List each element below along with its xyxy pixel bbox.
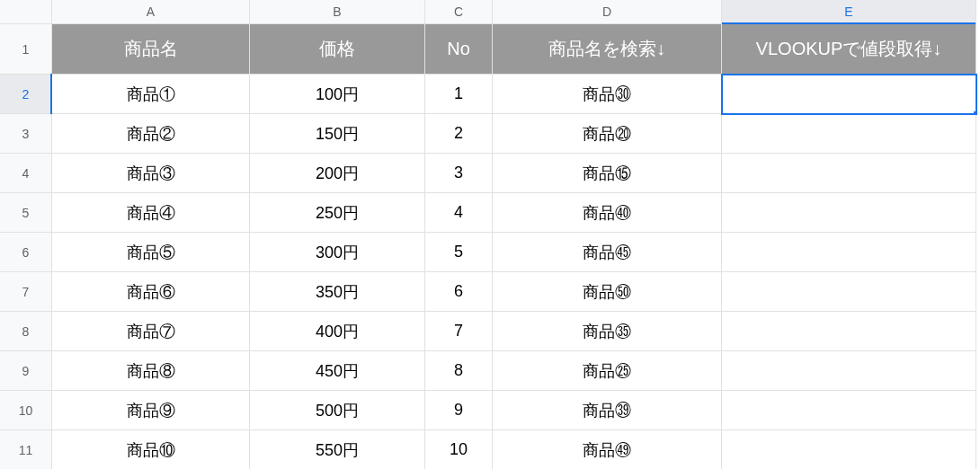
cell-B2[interactable]: 100円 bbox=[250, 75, 425, 114]
cell-E6[interactable] bbox=[722, 233, 976, 272]
cell-A6[interactable]: 商品⑤ bbox=[52, 233, 250, 272]
cell-B4[interactable]: 200円 bbox=[250, 154, 425, 193]
col-header-E[interactable]: E bbox=[722, 0, 976, 24]
row-header-5[interactable]: 5 bbox=[0, 193, 52, 233]
cell-C2[interactable]: 1 bbox=[425, 75, 493, 114]
cell-E7[interactable] bbox=[722, 272, 976, 312]
cell-D2[interactable]: 商品㉚ bbox=[493, 75, 722, 114]
cell-E1[interactable]: VLOOKUPで値段取得↓ bbox=[722, 24, 976, 75]
cell-D5[interactable]: 商品㊵ bbox=[493, 193, 722, 233]
cell-B5[interactable]: 250円 bbox=[250, 193, 425, 233]
col-header-C[interactable]: C bbox=[425, 0, 493, 24]
row-header-6[interactable]: 6 bbox=[0, 233, 52, 272]
row-header-10[interactable]: 10 bbox=[0, 391, 52, 430]
row-header-9[interactable]: 9 bbox=[0, 351, 52, 391]
cell-B7[interactable]: 350円 bbox=[250, 272, 425, 312]
cell-C5[interactable]: 4 bbox=[425, 193, 493, 233]
cell-C6[interactable]: 5 bbox=[425, 233, 493, 272]
cell-A2[interactable]: 商品① bbox=[52, 75, 250, 114]
row-header-8[interactable]: 8 bbox=[0, 312, 52, 351]
cell-D4[interactable]: 商品⑮ bbox=[493, 154, 722, 193]
cell-C9[interactable]: 8 bbox=[425, 351, 493, 391]
cell-D10[interactable]: 商品㊴ bbox=[493, 391, 722, 430]
cell-E11[interactable] bbox=[722, 430, 976, 469]
cell-E2[interactable] bbox=[722, 75, 976, 114]
cell-A10[interactable]: 商品⑨ bbox=[52, 391, 250, 430]
row-header-7[interactable]: 7 bbox=[0, 272, 52, 312]
cell-E10[interactable] bbox=[722, 391, 976, 430]
cell-A1[interactable]: 商品名 bbox=[52, 24, 250, 75]
cell-A11[interactable]: 商品⑩ bbox=[52, 430, 250, 469]
cell-D11[interactable]: 商品㊾ bbox=[493, 430, 722, 469]
row-header-4[interactable]: 4 bbox=[0, 154, 52, 193]
cell-D7[interactable]: 商品㊿ bbox=[493, 272, 722, 312]
spreadsheet-grid: A B C D E 1 商品名 価格 No 商品名を検索↓ VLOOKUPで値段… bbox=[0, 0, 980, 469]
cell-B11[interactable]: 550円 bbox=[250, 430, 425, 469]
cell-C7[interactable]: 6 bbox=[425, 272, 493, 312]
cell-C4[interactable]: 3 bbox=[425, 154, 493, 193]
cell-A7[interactable]: 商品⑥ bbox=[52, 272, 250, 312]
cell-C8[interactable]: 7 bbox=[425, 312, 493, 351]
cell-B9[interactable]: 450円 bbox=[250, 351, 425, 391]
cell-A4[interactable]: 商品③ bbox=[52, 154, 250, 193]
cell-B10[interactable]: 500円 bbox=[250, 391, 425, 430]
cell-D9[interactable]: 商品㉕ bbox=[493, 351, 722, 391]
cell-B8[interactable]: 400円 bbox=[250, 312, 425, 351]
cell-C1[interactable]: No bbox=[425, 24, 493, 75]
cell-C3[interactable]: 2 bbox=[425, 114, 493, 154]
row-header-2[interactable]: 2 bbox=[0, 75, 52, 114]
cell-D8[interactable]: 商品㉟ bbox=[493, 312, 722, 351]
cell-A3[interactable]: 商品② bbox=[52, 114, 250, 154]
cell-E4[interactable] bbox=[722, 154, 976, 193]
row-header-11[interactable]: 11 bbox=[0, 430, 52, 469]
row-header-3[interactable]: 3 bbox=[0, 114, 52, 154]
cell-D6[interactable]: 商品㊺ bbox=[493, 233, 722, 272]
cell-E3[interactable] bbox=[722, 114, 976, 154]
cell-D1[interactable]: 商品名を検索↓ bbox=[493, 24, 722, 75]
cell-A8[interactable]: 商品⑦ bbox=[52, 312, 250, 351]
cell-D3[interactable]: 商品⑳ bbox=[493, 114, 722, 154]
cell-A5[interactable]: 商品④ bbox=[52, 193, 250, 233]
cell-E9[interactable] bbox=[722, 351, 976, 391]
col-header-A[interactable]: A bbox=[52, 0, 250, 24]
cell-A9[interactable]: 商品⑧ bbox=[52, 351, 250, 391]
cell-B1[interactable]: 価格 bbox=[250, 24, 425, 75]
cell-E8[interactable] bbox=[722, 312, 976, 351]
col-header-D[interactable]: D bbox=[493, 0, 722, 24]
cell-E5[interactable] bbox=[722, 193, 976, 233]
cell-B6[interactable]: 300円 bbox=[250, 233, 425, 272]
select-all-corner[interactable] bbox=[0, 0, 52, 24]
cell-C10[interactable]: 9 bbox=[425, 391, 493, 430]
row-header-1[interactable]: 1 bbox=[0, 24, 52, 75]
cell-C11[interactable]: 10 bbox=[425, 430, 493, 469]
fill-handle[interactable] bbox=[973, 111, 976, 114]
col-header-B[interactable]: B bbox=[250, 0, 425, 24]
cell-B3[interactable]: 150円 bbox=[250, 114, 425, 154]
